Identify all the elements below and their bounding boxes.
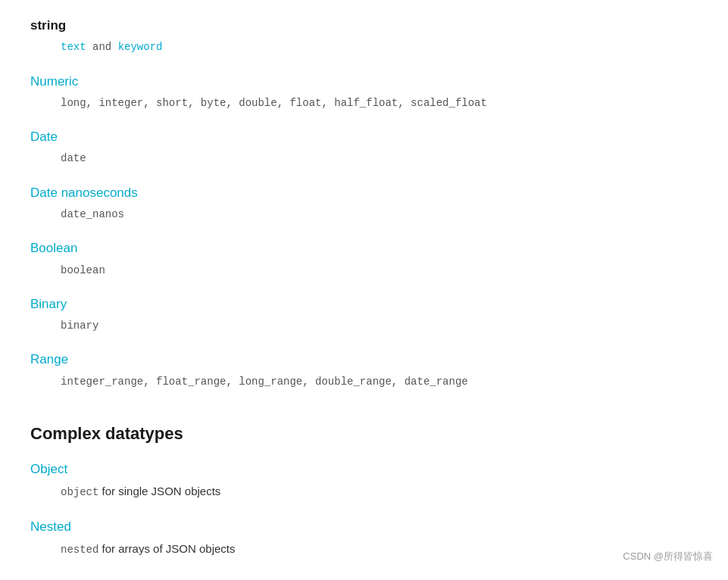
binary-values: binary bbox=[30, 317, 698, 334]
nested-values: nested for arrays of JSON objects bbox=[30, 540, 698, 558]
object-code: object bbox=[61, 486, 98, 498]
boolean-group: Boolean boolean bbox=[30, 238, 698, 279]
nested-group: Nested nested for arrays of JSON objects bbox=[30, 516, 698, 559]
date-nanoseconds-group: Date nanoseconds date_nanos bbox=[30, 182, 698, 223]
boolean-heading: Boolean bbox=[30, 238, 698, 258]
object-group: Object object for single JSON objects bbox=[30, 459, 698, 501]
string-keyword: keyword bbox=[118, 41, 163, 53]
object-description: for single JSON objects bbox=[98, 485, 220, 497]
range-group: Range integer_range, float_range, long_r… bbox=[30, 349, 698, 390]
numeric-values: long, integer, short, byte, double, floa… bbox=[30, 95, 698, 111]
binary-group: Binary binary bbox=[30, 294, 698, 335]
numeric-group: Numeric long, integer, short, byte, doub… bbox=[30, 71, 698, 112]
complex-heading: Complex datatypes bbox=[30, 420, 698, 447]
date-nanoseconds-heading: Date nanoseconds bbox=[30, 182, 698, 203]
binary-heading: Binary bbox=[30, 294, 698, 314]
date-values: date bbox=[30, 150, 698, 167]
string-values: text and keyword bbox=[30, 39, 698, 55]
nested-code: nested bbox=[61, 544, 98, 556]
complex-section: Complex datatypes Object object for sing… bbox=[30, 420, 698, 558]
date-nanoseconds-values: date_nanos bbox=[30, 206, 698, 223]
object-values: object for single JSON objects bbox=[30, 482, 698, 500]
numeric-heading: Numeric bbox=[30, 71, 698, 92]
string-and: and bbox=[92, 41, 118, 53]
range-values: integer_range, float_range, long_range, … bbox=[30, 373, 698, 390]
date-heading: Date bbox=[30, 126, 698, 147]
string-heading: string bbox=[30, 15, 698, 36]
watermark: CSDN @所得皆惊喜 bbox=[623, 549, 713, 565]
nested-description: for arrays of JSON objects bbox=[98, 542, 235, 555]
range-heading: Range bbox=[30, 349, 698, 370]
boolean-values: boolean bbox=[30, 262, 698, 279]
string-group: string text and keyword bbox=[30, 15, 698, 56]
string-text: text bbox=[61, 41, 86, 53]
date-group: Date date bbox=[30, 126, 698, 167]
object-heading: Object bbox=[30, 459, 698, 479]
nested-heading: Nested bbox=[30, 516, 698, 537]
